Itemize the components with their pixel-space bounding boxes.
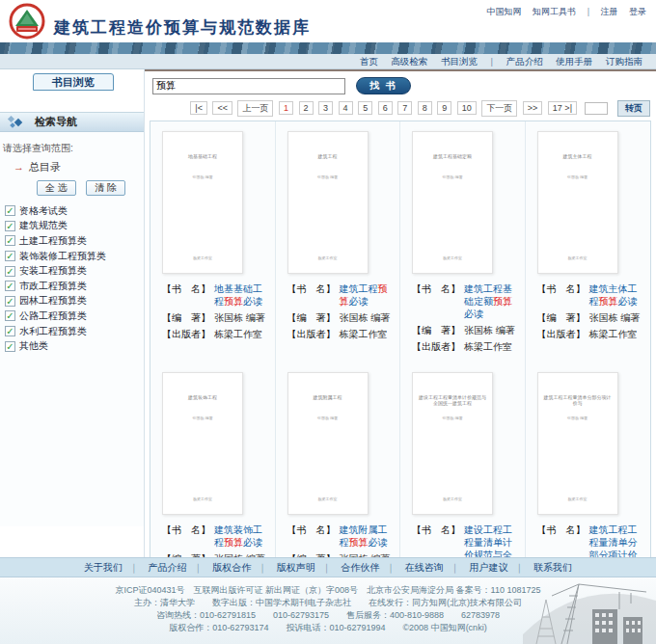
- book-title-link[interactable]: 建筑工程工程量清单分部分项计价与预算定额分部分项计价对照实例计算详解: [589, 523, 645, 557]
- main-nav: 首页 高级检索 书目浏览 | 产品介绍 使用手册 订购指南: [0, 54, 656, 69]
- book-author-label: 【编 著】: [162, 311, 210, 324]
- page-number[interactable]: 7: [397, 101, 412, 115]
- checkbox-checked-icon[interactable]: ✓: [5, 281, 15, 291]
- top-link-toolbooks[interactable]: 知网工具书: [533, 7, 576, 16]
- book-cover[interactable]: 建筑装饰工程 张国栋 编著 栋梁工作室: [162, 372, 243, 515]
- category-checkbox-row[interactable]: ✓园林工程预算类: [5, 294, 144, 309]
- book-cover[interactable]: 建筑附属工程 张国栋 编著 栋梁工作室: [287, 372, 369, 515]
- book-cover[interactable]: 建筑主体工程 张国栋 编著 栋梁工作室: [537, 131, 618, 274]
- footer-link-about[interactable]: 关于我们: [84, 562, 123, 573]
- cover-author-text: 张国栋 编著: [538, 174, 617, 179]
- page-fastnext-button[interactable]: >>: [523, 101, 543, 115]
- category-checkbox-row[interactable]: ✓资格考试类: [5, 203, 144, 219]
- page-jump-button[interactable]: 转页: [617, 100, 650, 117]
- footer-link-partners[interactable]: 合作伙伴: [341, 562, 379, 573]
- page-number[interactable]: 8: [418, 101, 432, 115]
- category-checkbox-row[interactable]: ✓安装工程预算类: [5, 263, 144, 279]
- checkbox-checked-icon[interactable]: ✓: [5, 235, 15, 246]
- select-buttons: 全 选 清 除: [37, 177, 144, 196]
- divider: ｜: [451, 562, 460, 573]
- footer-link-contact[interactable]: 联系我们: [533, 562, 572, 573]
- checkbox-checked-icon[interactable]: ✓: [5, 221, 15, 231]
- top-link-cnki[interactable]: 中国知网: [487, 7, 522, 16]
- footer-link-copyright-notice[interactable]: 版权声明: [277, 562, 315, 573]
- checkbox-checked-icon[interactable]: ✓: [5, 326, 15, 336]
- nav-user-manual[interactable]: 使用手册: [556, 56, 592, 67]
- root-catalog-link[interactable]: →总目录: [14, 160, 144, 174]
- nav-catalog-browse[interactable]: 书目浏览: [441, 56, 478, 67]
- checkbox-checked-icon[interactable]: ✓: [5, 341, 15, 352]
- page-number[interactable]: 2: [299, 101, 314, 115]
- book-title-link[interactable]: 建筑工程预算必读: [340, 282, 395, 308]
- page-jump-input[interactable]: [585, 102, 608, 115]
- book-title-link[interactable]: 建筑主体工程预算必读: [589, 282, 645, 308]
- page-number[interactable]: 5: [358, 101, 372, 115]
- tab-catalog-browse[interactable]: 书目浏览: [33, 73, 114, 91]
- search-input[interactable]: [152, 78, 345, 94]
- clear-button[interactable]: 清 除: [86, 180, 125, 196]
- site-footer: 关于我们｜ 产品介绍｜ 版权合作｜ 版权声明｜ 合作伙伴｜ 在线咨询｜ 用户建议…: [0, 557, 656, 644]
- search-nav-header: 检索导航: [0, 113, 144, 132]
- content: 书目浏览 检索导航 请选择查询范围: →总目录 全 选 清 除 ✓资格考试类 ✓…: [0, 69, 656, 557]
- decorative-bridge-banner: [0, 42, 656, 54]
- category-checkbox-row[interactable]: ✓市政工程预算类: [5, 279, 144, 294]
- page-number[interactable]: 10: [457, 101, 477, 115]
- page-number-current[interactable]: 1: [279, 101, 293, 115]
- page-fastprev-button[interactable]: <<: [212, 101, 232, 115]
- book-cover[interactable]: 建筑工程工程量清单分部分项计价与 张国栋 编著 栋梁工作室: [537, 372, 618, 515]
- book-title-link[interactable]: 建筑附属工程预算必读: [340, 523, 395, 549]
- footer-link-suggestions[interactable]: 用户建议: [469, 562, 507, 573]
- category-checkbox-row[interactable]: ✓装饰装修工程预算类: [5, 249, 144, 264]
- checkbox-checked-icon[interactable]: ✓: [5, 310, 15, 321]
- page-next-button[interactable]: 下一页: [481, 100, 517, 117]
- top-link-register[interactable]: 注册: [600, 7, 617, 16]
- page-prev-button[interactable]: 上一页: [237, 100, 273, 117]
- category-checkbox-row[interactable]: ✓其他类: [5, 338, 144, 354]
- cover-author-text: 张国栋 编著: [288, 174, 368, 179]
- book-cover[interactable]: 建筑工程 张国栋 编著 栋梁工作室: [287, 131, 369, 274]
- book-author-label: 【编 著】: [537, 311, 586, 324]
- find-book-button[interactable]: 找 书: [356, 77, 411, 94]
- book-cover[interactable]: 建设工程工程量清单计价规范与全国统一建筑工程 张国栋 编著 栋梁工作室: [412, 372, 493, 515]
- page-number[interactable]: 9: [437, 101, 451, 115]
- page-last-button[interactable]: 17 >|: [548, 101, 577, 115]
- nav-advanced-search[interactable]: 高级检索: [391, 56, 427, 67]
- checkbox-checked-icon[interactable]: ✓: [5, 296, 15, 307]
- book-cover[interactable]: 地基基础工程 张国栋 编著 栋梁工作室: [162, 131, 243, 274]
- category-label: 市政工程预算类: [19, 280, 87, 293]
- footer-link-online-consult[interactable]: 在线咨询: [405, 562, 444, 573]
- category-checkbox-row[interactable]: ✓公路工程预算类: [5, 309, 144, 324]
- nav-home[interactable]: 首页: [360, 56, 378, 67]
- category-checkbox-row[interactable]: ✓建筑规范类: [5, 219, 144, 234]
- footer-link-copyright-coop[interactable]: 版权合作: [212, 562, 251, 573]
- site-logo-icon: [9, 3, 45, 40]
- nav-order-guide[interactable]: 订购指南: [606, 56, 642, 67]
- select-all-button[interactable]: 全 选: [37, 180, 76, 196]
- book-title-link[interactable]: 建设工程工程量清单计价规范与全国统一建筑工程预算定额工程量计算规则的异同: [464, 523, 519, 557]
- top-link-login[interactable]: 登录: [629, 7, 646, 16]
- book-publisher: 栋梁工作室: [340, 328, 388, 340]
- checkbox-checked-icon[interactable]: ✓: [5, 251, 15, 261]
- category-checkbox-row[interactable]: ✓水利工程预算类: [5, 324, 144, 339]
- nav-product-intro[interactable]: 产品介绍: [506, 56, 543, 67]
- cover-title-text: 地基基础工程: [168, 153, 237, 159]
- checkbox-checked-icon[interactable]: ✓: [5, 205, 15, 216]
- page-number[interactable]: 6: [378, 101, 393, 115]
- book-publisher: 栋梁工作室: [464, 340, 512, 353]
- book-name-label: 【书 名】: [162, 523, 210, 549]
- category-checkbox-row[interactable]: ✓土建工程预算类: [5, 233, 144, 249]
- checkbox-checked-icon[interactable]: ✓: [5, 266, 15, 277]
- book-title-link[interactable]: 地基基础工程预算必读: [214, 282, 269, 308]
- divider: ｜: [386, 562, 396, 573]
- page-number[interactable]: 3: [318, 101, 333, 115]
- book-title-link[interactable]: 建筑装饰工程预算必读: [214, 523, 269, 549]
- category-label: 土建工程预算类: [19, 234, 87, 248]
- footer-link-product[interactable]: 产品介绍: [149, 562, 187, 573]
- book-card: 建设工程工程量清单计价规范与全国统一建筑工程 张国栋 编著 栋梁工作室 【书 名…: [400, 362, 526, 557]
- book-author-label: 【编 著】: [412, 324, 460, 336]
- page-number[interactable]: 4: [339, 101, 353, 115]
- page-first-button[interactable]: |<: [190, 101, 207, 115]
- cover-author-text: 张国栋 编著: [163, 174, 242, 179]
- book-title-link[interactable]: 建筑工程基础定额预算必读: [464, 282, 519, 320]
- book-cover[interactable]: 建筑工程基础定额 张国栋 编著 栋梁工作室: [412, 131, 493, 274]
